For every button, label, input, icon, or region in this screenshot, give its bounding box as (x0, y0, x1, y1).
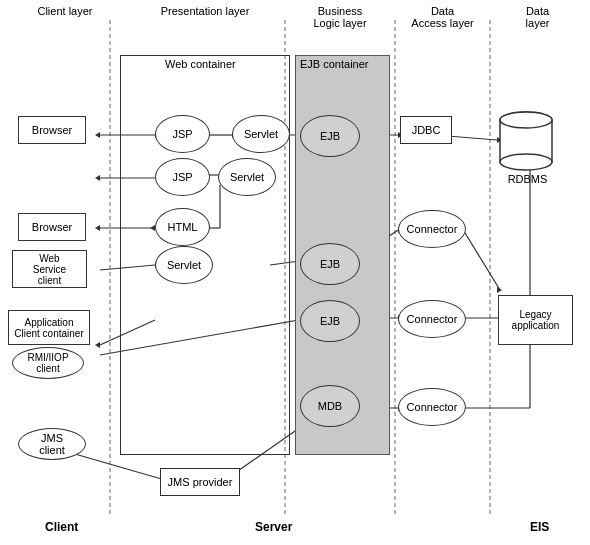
connector2-oval: Connector (398, 300, 466, 338)
presentation-layer-label: Presentation layer (130, 5, 280, 17)
bottom-server-label: Server (255, 520, 292, 534)
servlet2-oval: Servlet (218, 158, 276, 196)
jdbc-rect: JDBC (400, 116, 452, 144)
appclient-rect: ApplicationClient container (8, 310, 90, 345)
svg-point-66 (500, 112, 552, 128)
bottom-client-label: Client (45, 520, 78, 534)
business-layer-label: BusinessLogic layer (290, 5, 390, 29)
mdb-oval: MDB (300, 385, 360, 427)
svg-marker-13 (95, 175, 100, 181)
rdbms-svg (497, 108, 555, 173)
bottom-eis-label: EIS (530, 520, 549, 534)
servlet1-oval: Servlet (232, 115, 290, 153)
web-container-label: Web container (165, 58, 236, 70)
html-oval: HTML (155, 208, 210, 246)
svg-marker-55 (95, 342, 100, 348)
ejb1-oval: EJB (300, 115, 360, 157)
jms-provider-rect: JMS provider (160, 468, 240, 496)
svg-marker-42 (497, 287, 502, 293)
data-layer-label: Datalayer (495, 5, 580, 29)
connector3-oval: Connector (398, 388, 466, 426)
connector1-oval: Connector (398, 210, 466, 248)
webservice-rect: WebServiceclient (12, 250, 87, 288)
ejb3-oval: EJB (300, 300, 360, 342)
client-layer-label: Client layer (25, 5, 105, 17)
ejb-container-label: EJB container (300, 58, 368, 70)
jms-rect: JMSclient (18, 428, 86, 460)
svg-line-56 (68, 452, 165, 480)
jsp1-oval: JSP (155, 115, 210, 153)
browser2-rect: Browser (18, 213, 86, 241)
servlet3-oval: Servlet (155, 246, 213, 284)
browser1-rect: Browser (18, 116, 86, 144)
svg-point-65 (500, 154, 552, 170)
diagram: Client layer Presentation layer Business… (0, 0, 590, 545)
svg-marker-17 (95, 225, 100, 231)
svg-marker-5 (95, 132, 100, 138)
rmi-oval: RMI/IIOPclient (12, 347, 84, 379)
data-access-layer-label: DataAccess layer (400, 5, 485, 29)
svg-line-41 (462, 228, 500, 290)
jsp2-oval: JSP (155, 158, 210, 196)
rdbms-label: RDBMS (500, 173, 555, 185)
legacy-app-rect: Legacyapplication (498, 295, 573, 345)
ejb2-oval: EJB (300, 243, 360, 285)
